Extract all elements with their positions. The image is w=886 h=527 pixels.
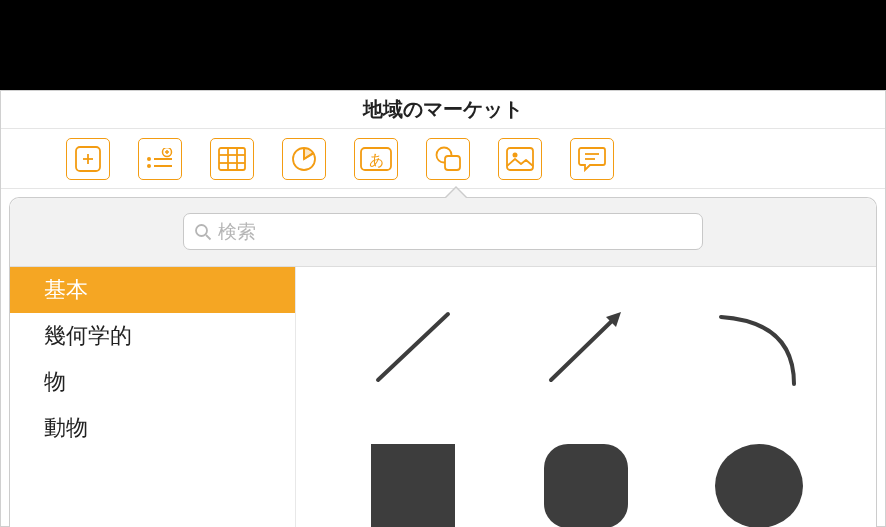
svg-rect-22 xyxy=(507,148,533,170)
svg-point-6 xyxy=(147,157,151,161)
sidebar-item-geometric[interactable]: 幾何学的 xyxy=(10,313,295,359)
line-icon xyxy=(363,302,463,392)
table-icon xyxy=(218,147,246,171)
image-icon xyxy=(506,147,534,171)
popover-arrow xyxy=(444,186,468,198)
square-icon xyxy=(363,442,463,527)
table-button[interactable] xyxy=(210,138,254,180)
shape-button[interactable] xyxy=(426,138,470,180)
shape-curve[interactable] xyxy=(694,292,824,402)
svg-rect-10 xyxy=(219,148,245,170)
comment-button[interactable] xyxy=(570,138,614,180)
media-button[interactable] xyxy=(498,138,542,180)
sidebar-item-label: 物 xyxy=(44,367,66,397)
list-button[interactable] xyxy=(138,138,182,180)
search-field[interactable] xyxy=(183,213,703,250)
category-sidebar: 基本 幾何学的 物 動物 xyxy=(10,267,296,527)
sidebar-item-label: 幾何学的 xyxy=(44,321,132,351)
plus-square-icon xyxy=(75,146,101,172)
shapes-popover: 基本 幾何学的 物 動物 xyxy=(9,197,877,527)
shape-line[interactable] xyxy=(348,292,478,402)
toolbar: あ xyxy=(1,129,885,189)
svg-line-27 xyxy=(206,235,211,240)
sidebar-item-label: 基本 xyxy=(44,275,88,305)
svg-rect-32 xyxy=(544,444,628,527)
svg-point-33 xyxy=(715,444,803,527)
shapes-row-2 xyxy=(326,432,846,527)
svg-rect-21 xyxy=(445,156,460,170)
search-icon xyxy=(194,223,212,241)
shape-arrow[interactable] xyxy=(521,292,651,402)
shape-circle[interactable] xyxy=(694,432,824,527)
sidebar-item-animals[interactable]: 動物 xyxy=(10,405,295,451)
search-input[interactable] xyxy=(218,221,692,243)
rounded-square-icon xyxy=(536,442,636,527)
svg-line-28 xyxy=(378,314,448,380)
shapes-panel xyxy=(296,267,876,527)
circle-icon xyxy=(709,442,809,527)
search-area xyxy=(10,198,876,267)
sidebar-item-basic[interactable]: 基本 xyxy=(10,267,295,313)
text-box-icon: あ xyxy=(360,147,392,171)
shape-rounded-square[interactable] xyxy=(521,432,651,527)
list-plus-icon xyxy=(146,148,174,170)
svg-text:あ: あ xyxy=(369,151,384,167)
sidebar-item-label: 動物 xyxy=(44,413,88,443)
shapes-row-1 xyxy=(326,292,846,402)
sidebar-item-objects[interactable]: 物 xyxy=(10,359,295,405)
popover-body: 基本 幾何学的 物 動物 xyxy=(10,267,876,527)
document-title: 地域のマーケット xyxy=(363,96,523,123)
text-button[interactable]: あ xyxy=(354,138,398,180)
svg-point-8 xyxy=(147,164,151,168)
curve-icon xyxy=(709,302,809,392)
shape-square[interactable] xyxy=(348,432,478,527)
svg-point-23 xyxy=(513,152,518,157)
svg-rect-31 xyxy=(371,444,455,527)
arrow-icon xyxy=(536,302,636,392)
shape-icon xyxy=(434,146,462,172)
pie-chart-icon xyxy=(291,146,317,172)
add-page-button[interactable] xyxy=(66,138,110,180)
svg-point-26 xyxy=(196,225,207,236)
chart-button[interactable] xyxy=(282,138,326,180)
svg-line-29 xyxy=(551,317,616,380)
comment-icon xyxy=(578,146,606,172)
callout-indicator-line xyxy=(790,0,792,82)
titlebar: 地域のマーケット xyxy=(1,91,885,129)
